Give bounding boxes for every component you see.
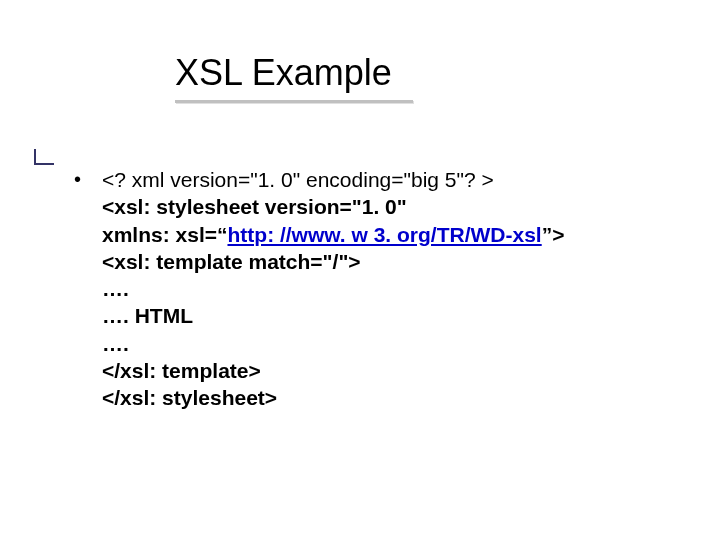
code-block: <? xml version="1. 0" encoding="big 5"? … [102, 166, 674, 412]
slide-title-block: XSL Example [175, 52, 413, 103]
code-line: </xsl: template> [102, 357, 674, 384]
code-line: …. [102, 275, 674, 302]
code-text: ”> [542, 223, 565, 246]
code-line: <xsl: template match="/"> [102, 248, 674, 275]
code-line: …. HTML [102, 302, 674, 329]
code-line: …. [102, 330, 674, 357]
code-text: xmlns: xsl=“ [102, 223, 227, 246]
code-line: <xsl: stylesheet version="1. 0" [102, 193, 674, 220]
bullet-item: • <? xml version="1. 0" encoding="big 5"… [74, 166, 674, 412]
code-line: </xsl: stylesheet> [102, 384, 674, 411]
xmlns-link[interactable]: http: //www. w 3. org/TR/WD-xsl [227, 223, 541, 246]
code-line: <? xml version="1. 0" encoding="big 5"? … [102, 166, 674, 193]
code-line: xmlns: xsl=“http: //www. w 3. org/TR/WD-… [102, 221, 674, 248]
slide-title: XSL Example [175, 52, 413, 94]
decorative-corner-rule [34, 149, 54, 165]
slide-body: • <? xml version="1. 0" encoding="big 5"… [74, 166, 674, 412]
title-underline [175, 100, 413, 103]
bullet-glyph: • [74, 166, 102, 193]
